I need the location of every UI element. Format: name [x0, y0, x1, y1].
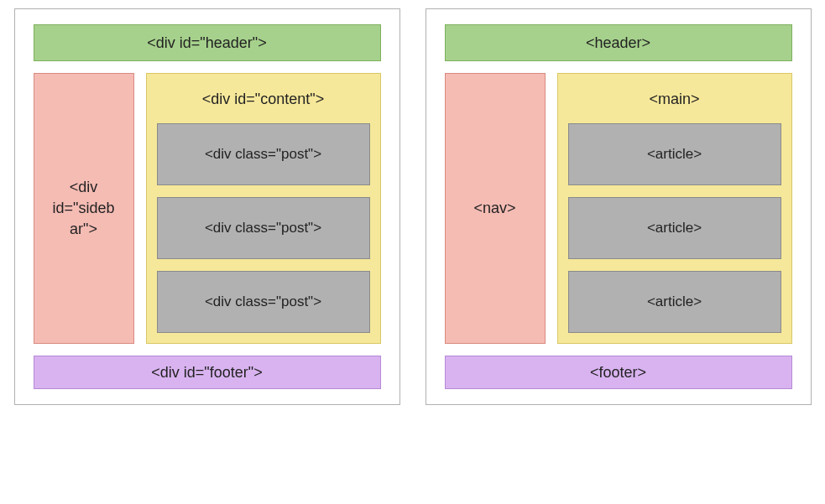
article-label-semantic: <article>: [647, 146, 702, 163]
article-label-semantic: <article>: [647, 220, 702, 236]
post-box-div: <div class="post">: [157, 271, 370, 333]
article-box-semantic: <article>: [568, 271, 781, 333]
post-box-div: <div class="post">: [157, 197, 370, 259]
article-box-semantic: <article>: [568, 123, 781, 185]
main-label-semantic: <main>: [568, 84, 781, 112]
panel-div-layout: <div id="header"> <div id="sideb ar"> <d…: [14, 8, 400, 405]
content-box-div: <div id="content"> <div class="post"> <d…: [146, 73, 381, 344]
header-label-div: <div id="header">: [147, 34, 266, 52]
footer-box-semantic: <footer>: [445, 356, 792, 389]
main-box-semantic: <main> <article> <article> <article>: [557, 73, 792, 344]
nav-label-semantic: <nav>: [473, 198, 515, 219]
post-box-div: <div class="post">: [157, 123, 370, 185]
post-label-div: <div class="post">: [205, 220, 321, 236]
middle-row-div: <div id="sideb ar"> <div id="content"> <…: [34, 73, 381, 344]
article-box-semantic: <article>: [568, 197, 781, 259]
footer-label-div: <div id="footer">: [151, 364, 262, 382]
post-label-div: <div class="post">: [205, 294, 321, 310]
nav-box-semantic: <nav>: [445, 73, 546, 344]
middle-row-semantic: <nav> <main> <article> <article> <articl…: [445, 73, 792, 344]
article-label-semantic: <article>: [647, 294, 702, 310]
footer-box-div: <div id="footer">: [34, 356, 381, 389]
header-box-semantic: <header>: [445, 24, 792, 61]
sidebar-box-div: <div id="sideb ar">: [34, 73, 134, 344]
footer-label-semantic: <footer>: [590, 364, 646, 382]
sidebar-label-div: <div id="sideb ar">: [39, 177, 128, 241]
panel-semantic-layout: <header> <nav> <main> <article> <article…: [426, 8, 812, 405]
content-label-div: <div id="content">: [157, 84, 370, 112]
header-label-semantic: <header>: [586, 34, 650, 52]
header-box-div: <div id="header">: [34, 24, 381, 61]
post-label-div: <div class="post">: [205, 146, 321, 163]
